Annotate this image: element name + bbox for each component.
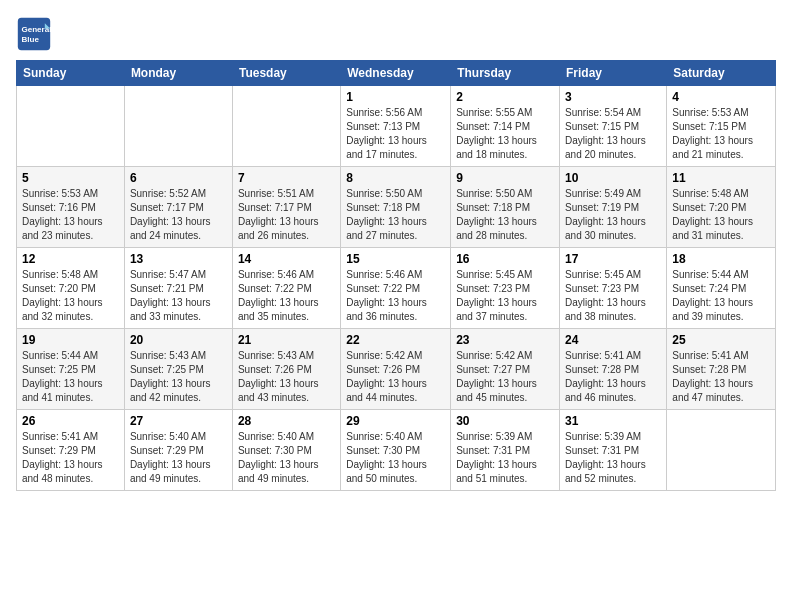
day-number: 26 — [22, 414, 119, 428]
day-number: 10 — [565, 171, 661, 185]
day-number: 24 — [565, 333, 661, 347]
calendar-cell: 9Sunrise: 5:50 AMSunset: 7:18 PMDaylight… — [451, 167, 560, 248]
day-info: Sunrise: 5:50 AMSunset: 7:18 PMDaylight:… — [346, 187, 445, 243]
calendar-cell: 19Sunrise: 5:44 AMSunset: 7:25 PMDayligh… — [17, 329, 125, 410]
day-info: Sunrise: 5:39 AMSunset: 7:31 PMDaylight:… — [565, 430, 661, 486]
day-info: Sunrise: 5:45 AMSunset: 7:23 PMDaylight:… — [456, 268, 554, 324]
calendar-cell: 30Sunrise: 5:39 AMSunset: 7:31 PMDayligh… — [451, 410, 560, 491]
day-number: 6 — [130, 171, 227, 185]
day-number: 16 — [456, 252, 554, 266]
day-number: 4 — [672, 90, 770, 104]
day-info: Sunrise: 5:42 AMSunset: 7:26 PMDaylight:… — [346, 349, 445, 405]
calendar-cell: 14Sunrise: 5:46 AMSunset: 7:22 PMDayligh… — [232, 248, 340, 329]
day-info: Sunrise: 5:56 AMSunset: 7:13 PMDaylight:… — [346, 106, 445, 162]
calendar-cell: 24Sunrise: 5:41 AMSunset: 7:28 PMDayligh… — [560, 329, 667, 410]
day-info: Sunrise: 5:45 AMSunset: 7:23 PMDaylight:… — [565, 268, 661, 324]
day-info: Sunrise: 5:49 AMSunset: 7:19 PMDaylight:… — [565, 187, 661, 243]
calendar-cell: 1Sunrise: 5:56 AMSunset: 7:13 PMDaylight… — [341, 86, 451, 167]
column-header-thursday: Thursday — [451, 61, 560, 86]
day-info: Sunrise: 5:54 AMSunset: 7:15 PMDaylight:… — [565, 106, 661, 162]
calendar-cell — [667, 410, 776, 491]
column-header-saturday: Saturday — [667, 61, 776, 86]
calendar-cell: 26Sunrise: 5:41 AMSunset: 7:29 PMDayligh… — [17, 410, 125, 491]
calendar-cell — [124, 86, 232, 167]
calendar-week-row: 1Sunrise: 5:56 AMSunset: 7:13 PMDaylight… — [17, 86, 776, 167]
logo-icon: General Blue — [16, 16, 52, 52]
day-info: Sunrise: 5:46 AMSunset: 7:22 PMDaylight:… — [346, 268, 445, 324]
day-info: Sunrise: 5:55 AMSunset: 7:14 PMDaylight:… — [456, 106, 554, 162]
calendar-cell: 7Sunrise: 5:51 AMSunset: 7:17 PMDaylight… — [232, 167, 340, 248]
day-info: Sunrise: 5:47 AMSunset: 7:21 PMDaylight:… — [130, 268, 227, 324]
logo: General Blue — [16, 16, 52, 52]
day-number: 22 — [346, 333, 445, 347]
day-info: Sunrise: 5:41 AMSunset: 7:28 PMDaylight:… — [672, 349, 770, 405]
calendar-cell: 11Sunrise: 5:48 AMSunset: 7:20 PMDayligh… — [667, 167, 776, 248]
day-info: Sunrise: 5:42 AMSunset: 7:27 PMDaylight:… — [456, 349, 554, 405]
calendar-cell: 25Sunrise: 5:41 AMSunset: 7:28 PMDayligh… — [667, 329, 776, 410]
calendar-cell: 3Sunrise: 5:54 AMSunset: 7:15 PMDaylight… — [560, 86, 667, 167]
day-number: 28 — [238, 414, 335, 428]
day-info: Sunrise: 5:48 AMSunset: 7:20 PMDaylight:… — [22, 268, 119, 324]
day-info: Sunrise: 5:40 AMSunset: 7:29 PMDaylight:… — [130, 430, 227, 486]
calendar-cell: 8Sunrise: 5:50 AMSunset: 7:18 PMDaylight… — [341, 167, 451, 248]
day-info: Sunrise: 5:43 AMSunset: 7:25 PMDaylight:… — [130, 349, 227, 405]
calendar-cell: 21Sunrise: 5:43 AMSunset: 7:26 PMDayligh… — [232, 329, 340, 410]
calendar-cell: 10Sunrise: 5:49 AMSunset: 7:19 PMDayligh… — [560, 167, 667, 248]
calendar-cell: 2Sunrise: 5:55 AMSunset: 7:14 PMDaylight… — [451, 86, 560, 167]
calendar-cell: 29Sunrise: 5:40 AMSunset: 7:30 PMDayligh… — [341, 410, 451, 491]
day-number: 21 — [238, 333, 335, 347]
day-number: 15 — [346, 252, 445, 266]
day-info: Sunrise: 5:52 AMSunset: 7:17 PMDaylight:… — [130, 187, 227, 243]
calendar-cell: 6Sunrise: 5:52 AMSunset: 7:17 PMDaylight… — [124, 167, 232, 248]
day-number: 14 — [238, 252, 335, 266]
day-number: 8 — [346, 171, 445, 185]
day-number: 11 — [672, 171, 770, 185]
page-header: General Blue — [16, 16, 776, 52]
day-info: Sunrise: 5:41 AMSunset: 7:28 PMDaylight:… — [565, 349, 661, 405]
column-header-sunday: Sunday — [17, 61, 125, 86]
day-number: 9 — [456, 171, 554, 185]
calendar-week-row: 5Sunrise: 5:53 AMSunset: 7:16 PMDaylight… — [17, 167, 776, 248]
calendar-cell: 31Sunrise: 5:39 AMSunset: 7:31 PMDayligh… — [560, 410, 667, 491]
calendar-cell: 5Sunrise: 5:53 AMSunset: 7:16 PMDaylight… — [17, 167, 125, 248]
day-number: 20 — [130, 333, 227, 347]
calendar-cell: 12Sunrise: 5:48 AMSunset: 7:20 PMDayligh… — [17, 248, 125, 329]
day-info: Sunrise: 5:53 AMSunset: 7:16 PMDaylight:… — [22, 187, 119, 243]
calendar-cell: 22Sunrise: 5:42 AMSunset: 7:26 PMDayligh… — [341, 329, 451, 410]
day-info: Sunrise: 5:46 AMSunset: 7:22 PMDaylight:… — [238, 268, 335, 324]
calendar-header-row: SundayMondayTuesdayWednesdayThursdayFrid… — [17, 61, 776, 86]
day-info: Sunrise: 5:40 AMSunset: 7:30 PMDaylight:… — [238, 430, 335, 486]
day-number: 29 — [346, 414, 445, 428]
column-header-tuesday: Tuesday — [232, 61, 340, 86]
calendar-cell — [232, 86, 340, 167]
day-info: Sunrise: 5:53 AMSunset: 7:15 PMDaylight:… — [672, 106, 770, 162]
calendar-cell: 20Sunrise: 5:43 AMSunset: 7:25 PMDayligh… — [124, 329, 232, 410]
day-number: 30 — [456, 414, 554, 428]
calendar-table: SundayMondayTuesdayWednesdayThursdayFrid… — [16, 60, 776, 491]
calendar-cell: 16Sunrise: 5:45 AMSunset: 7:23 PMDayligh… — [451, 248, 560, 329]
day-number: 12 — [22, 252, 119, 266]
day-number: 1 — [346, 90, 445, 104]
calendar-cell — [17, 86, 125, 167]
day-info: Sunrise: 5:40 AMSunset: 7:30 PMDaylight:… — [346, 430, 445, 486]
day-number: 19 — [22, 333, 119, 347]
calendar-week-row: 26Sunrise: 5:41 AMSunset: 7:29 PMDayligh… — [17, 410, 776, 491]
column-header-friday: Friday — [560, 61, 667, 86]
calendar-cell: 28Sunrise: 5:40 AMSunset: 7:30 PMDayligh… — [232, 410, 340, 491]
day-info: Sunrise: 5:50 AMSunset: 7:18 PMDaylight:… — [456, 187, 554, 243]
calendar-cell: 23Sunrise: 5:42 AMSunset: 7:27 PMDayligh… — [451, 329, 560, 410]
day-info: Sunrise: 5:51 AMSunset: 7:17 PMDaylight:… — [238, 187, 335, 243]
calendar-cell: 15Sunrise: 5:46 AMSunset: 7:22 PMDayligh… — [341, 248, 451, 329]
calendar-cell: 27Sunrise: 5:40 AMSunset: 7:29 PMDayligh… — [124, 410, 232, 491]
calendar-cell: 13Sunrise: 5:47 AMSunset: 7:21 PMDayligh… — [124, 248, 232, 329]
day-number: 3 — [565, 90, 661, 104]
day-number: 13 — [130, 252, 227, 266]
day-number: 7 — [238, 171, 335, 185]
day-number: 5 — [22, 171, 119, 185]
day-number: 2 — [456, 90, 554, 104]
calendar-week-row: 12Sunrise: 5:48 AMSunset: 7:20 PMDayligh… — [17, 248, 776, 329]
svg-text:Blue: Blue — [21, 35, 39, 44]
calendar-cell: 17Sunrise: 5:45 AMSunset: 7:23 PMDayligh… — [560, 248, 667, 329]
day-info: Sunrise: 5:44 AMSunset: 7:24 PMDaylight:… — [672, 268, 770, 324]
day-number: 23 — [456, 333, 554, 347]
